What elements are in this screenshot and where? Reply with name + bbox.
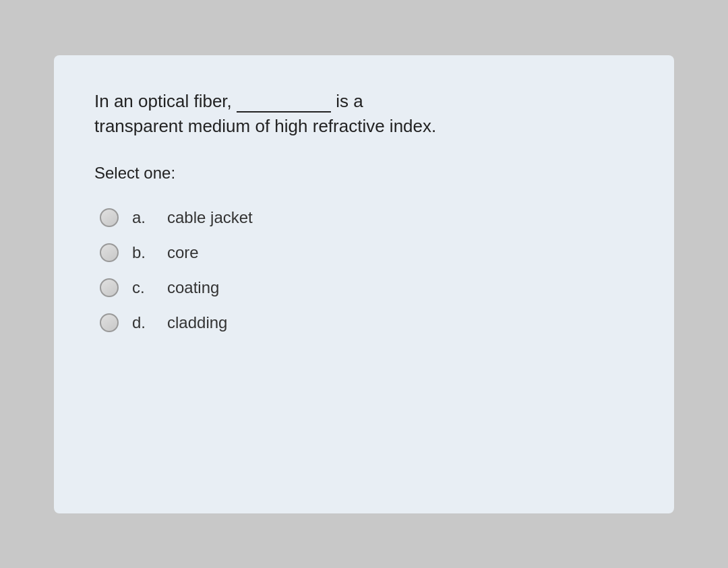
radio-d[interactable] [100, 313, 119, 332]
options-list: a.cable jacketb.corec.coatingd.cladding [94, 201, 634, 339]
option-letter-d: d. [132, 313, 154, 332]
option-letter-c: c. [132, 278, 154, 297]
radio-a[interactable] [100, 208, 119, 227]
option-text-c: coating [167, 278, 219, 297]
radio-c[interactable] [100, 278, 119, 297]
option-letter-a: a. [132, 208, 154, 227]
option-item-b[interactable]: b.core [94, 236, 634, 269]
select-label: Select one: [94, 164, 634, 183]
option-letter-b: b. [132, 243, 154, 262]
page-wrapper: In an optical fiber, is a transparent me… [0, 0, 728, 568]
option-item-c[interactable]: c.coating [94, 272, 634, 304]
question-text: In an optical fiber, is a transparent me… [94, 89, 634, 139]
option-text-d: cladding [167, 313, 227, 332]
question-card: In an optical fiber, is a transparent me… [54, 55, 674, 513]
option-item-a[interactable]: a.cable jacket [94, 201, 634, 234]
radio-b[interactable] [100, 243, 119, 262]
option-item-d[interactable]: d.cladding [94, 307, 634, 339]
option-text-b: core [167, 243, 199, 262]
option-text-a: cable jacket [167, 208, 253, 227]
blank-line [237, 111, 331, 113]
